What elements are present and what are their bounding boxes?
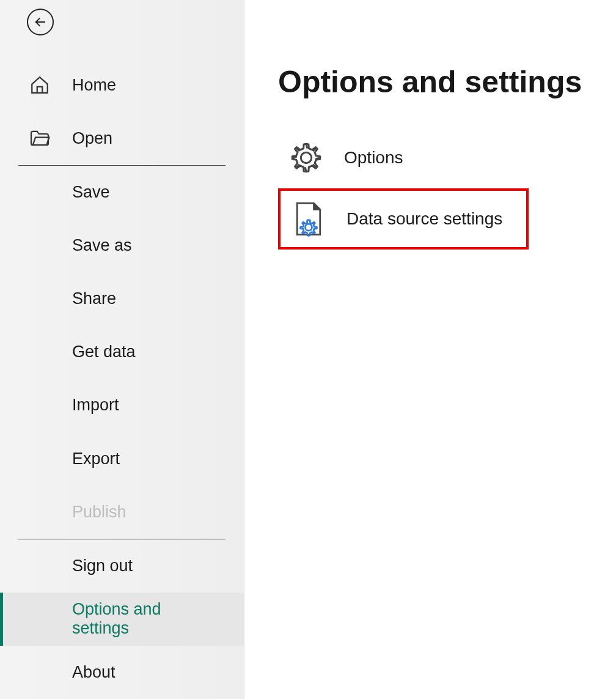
- option-row-data-source-settings[interactable]: Data source settings: [278, 188, 529, 250]
- sidebar-item-label: Publish: [72, 503, 127, 522]
- option-label: Options: [344, 148, 403, 168]
- folder-icon: [29, 130, 72, 147]
- sidebar-item-save[interactable]: Save: [0, 166, 244, 219]
- sidebar-item-import[interactable]: Import: [0, 379, 244, 432]
- sidebar-item-label: Save: [72, 183, 110, 202]
- sidebar-item-getdata[interactable]: Get data: [0, 325, 244, 379]
- sidebar-item-home[interactable]: Home: [0, 59, 244, 112]
- option-label: Data source settings: [346, 209, 502, 229]
- sidebar-item-label: Open: [72, 129, 112, 148]
- sidebar-item-label: Save as: [72, 236, 132, 255]
- main-panel: Options and settings Options: [244, 0, 616, 699]
- svg-point-1: [301, 152, 311, 163]
- sidebar-item-label: About: [72, 663, 116, 682]
- sidebar-item-share[interactable]: Share: [0, 272, 244, 325]
- sidebar-item-open[interactable]: Open: [0, 112, 244, 165]
- sidebar-item-label: Options and settings: [72, 600, 207, 638]
- home-icon: [29, 75, 72, 95]
- sidebar-item-export[interactable]: Export: [0, 432, 244, 485]
- back-button[interactable]: [27, 9, 54, 35]
- option-row-options[interactable]: Options: [278, 127, 529, 188]
- sidebar-item-options-and-settings[interactable]: Options and settings: [0, 593, 244, 646]
- file-menu-sidebar: Home Open Save Save as Share Get data Im…: [0, 0, 244, 699]
- sidebar-item-label: Share: [72, 289, 116, 308]
- gear-icon: [290, 142, 344, 174]
- sidebar-item-label: Export: [72, 449, 120, 468]
- sidebar-item-saveas[interactable]: Save as: [0, 219, 244, 272]
- sidebar-item-about[interactable]: About: [0, 646, 244, 699]
- back-arrow-icon: [34, 15, 47, 29]
- sidebar-item-label: Home: [72, 76, 116, 95]
- sidebar-item-label: Sign out: [72, 557, 133, 575]
- sidebar-item-label: Import: [72, 396, 119, 415]
- sidebar-item-publish: Publish: [0, 486, 244, 539]
- sidebar-item-label: Get data: [72, 342, 136, 361]
- sidebar-item-signout[interactable]: Sign out: [0, 539, 244, 593]
- page-title: Options and settings: [278, 64, 616, 100]
- svg-point-2: [306, 224, 312, 231]
- doc-gear-icon: [293, 201, 346, 237]
